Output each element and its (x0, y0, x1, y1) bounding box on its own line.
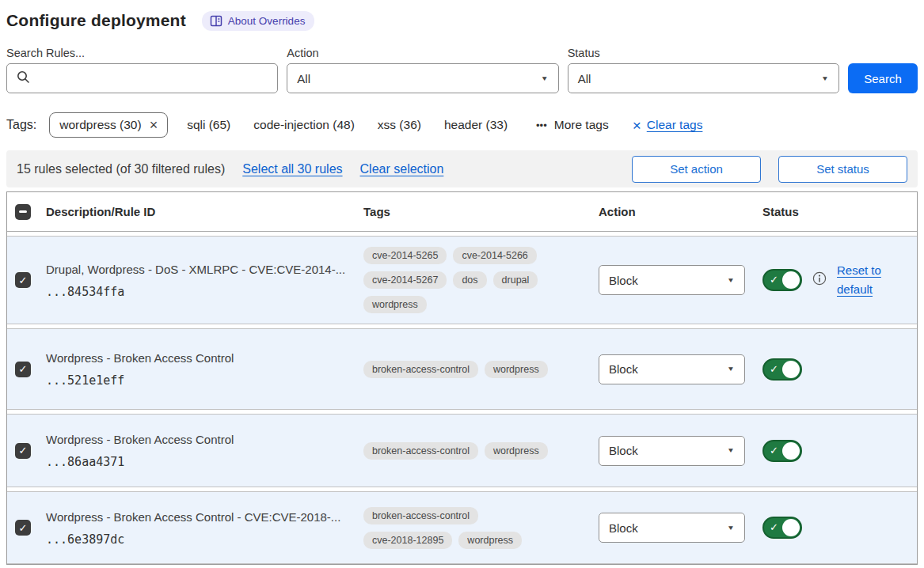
chevron-down-icon: ▼ (821, 74, 829, 81)
table-row: ✓ Wordpress - Broken Access Control ...5… (7, 328, 917, 410)
clear-tags-link[interactable]: × Clear tags (633, 118, 703, 133)
chevron-down-icon: ▼ (727, 276, 735, 283)
tag-chip: broken-access-control (363, 442, 478, 460)
rule-description: Wordpress - Broken Access Control (46, 432, 363, 448)
rules-table: Description/Rule ID Tags Action Status ✓… (6, 191, 918, 565)
column-header-action: Action (599, 205, 762, 218)
action-filter-select[interactable]: All ▼ (287, 63, 558, 93)
clear-tags-label: Clear tags (647, 118, 703, 132)
status-toggle[interactable]: ✓ (762, 517, 802, 539)
action-select[interactable]: Block ▼ (599, 436, 745, 466)
action-select-value: Block (609, 444, 638, 457)
toggle-knob (782, 361, 800, 378)
tag-chip: broken-access-control (363, 507, 478, 524)
status-toggle[interactable]: ✓ (762, 440, 802, 462)
rule-tags-cell: broken-access-control wordpress (363, 361, 565, 378)
status-filter-select[interactable]: All ▼ (568, 63, 839, 93)
search-button[interactable]: Search (848, 63, 918, 93)
table-row: ✓ Wordpress - Broken Access Control ...8… (7, 414, 917, 487)
rule-description-cell: Drupal, Wordpress - DoS - XMLRPC - CVE:C… (46, 262, 363, 299)
info-icon[interactable] (812, 271, 827, 289)
row-checkbox[interactable]: ✓ (15, 520, 31, 536)
chevron-down-icon: ▼ (541, 74, 549, 81)
rule-tags-cell: cve-2014-5265 cve-2014-5266 cve-2014-526… (363, 247, 565, 313)
selected-tag-wordpress[interactable]: wordpress (30) × (49, 112, 168, 138)
tag-filter-header[interactable]: header (33) (444, 118, 508, 132)
table-row: ✓ Drupal, Wordpress - DoS - XMLRPC - CVE… (7, 236, 917, 324)
selection-summary: 15 rules selected (of 30 filtered rules) (17, 162, 225, 176)
rule-action-cell: Block ▼ (599, 436, 762, 466)
chevron-down-icon: ▼ (727, 447, 735, 454)
select-all-link[interactable]: Select all 30 rules (242, 162, 342, 176)
more-tags-button[interactable]: ••• More tags (536, 118, 609, 132)
about-overrides-label: About Overrides (228, 15, 306, 27)
search-rules-group: Search Rules... (6, 47, 278, 93)
search-rules-label: Search Rules... (6, 47, 278, 59)
action-select[interactable]: Block ▼ (599, 265, 745, 295)
row-checkbox[interactable]: ✓ (15, 362, 31, 377)
row-checkbox[interactable]: ✓ (15, 443, 31, 459)
action-select-value: Block (609, 274, 638, 287)
tag-filter-xss[interactable]: xss (36) (378, 118, 421, 132)
chevron-down-icon: ▼ (727, 524, 735, 531)
clear-tags-icon: × (633, 118, 641, 133)
rule-action-cell: Block ▼ (599, 265, 762, 295)
row-checkbox-cell: ✓ (7, 520, 46, 536)
action-filter-group: Action All ▼ (287, 47, 558, 93)
action-select-value: Block (609, 521, 638, 535)
toggle-knob (782, 271, 800, 289)
search-input[interactable] (6, 63, 278, 93)
row-checkbox-cell: ✓ (7, 443, 46, 459)
selection-bar: 15 rules selected (of 30 filtered rules)… (6, 150, 918, 187)
remove-tag-icon[interactable]: × (150, 118, 158, 132)
status-toggle[interactable]: ✓ (762, 269, 802, 291)
rule-tags-cell: broken-access-control wordpress (363, 442, 565, 460)
configure-deployment-page: Configure deployment About Overrides Sea… (0, 0, 924, 565)
tag-filter-sqli[interactable]: sqli (65) (187, 118, 230, 132)
action-select[interactable]: Block ▼ (599, 354, 745, 384)
status-toggle[interactable]: ✓ (762, 358, 802, 381)
table-row: ✓ Wordpress - Broken Access Control - CV… (7, 491, 917, 564)
page-title: Configure deployment (6, 11, 186, 30)
tag-chip: wordpress (363, 296, 427, 313)
column-header-status: Status (762, 205, 917, 218)
title-row: Configure deployment About Overrides (6, 8, 918, 33)
ellipsis-icon: ••• (536, 119, 547, 131)
action-select-value: Block (609, 362, 638, 376)
rule-description-cell: Wordpress - Broken Access Control - CVE:… (46, 509, 363, 547)
check-icon: ✓ (770, 521, 778, 533)
tag-chip: drupal (493, 271, 538, 289)
status-filter-group: Status All ▼ (568, 47, 839, 93)
rule-description: Wordpress - Broken Access Control - CVE:… (46, 509, 363, 525)
book-icon (210, 15, 222, 27)
rule-tags-cell: broken-access-control cve-2018-12895 wor… (363, 507, 565, 549)
set-status-button[interactable]: Set status (778, 156, 907, 183)
action-select[interactable]: Block ▼ (599, 513, 745, 543)
tag-chip: cve-2014-5266 (453, 247, 536, 264)
rule-status-cell: ✓ (762, 517, 917, 539)
status-filter-value: All (578, 72, 591, 85)
rule-status-cell: ✓ (762, 440, 917, 462)
set-action-button[interactable]: Set action (632, 156, 761, 183)
clear-selection-link[interactable]: Clear selection (360, 162, 444, 176)
tag-filter-code-injection[interactable]: code-injection (48) (253, 118, 355, 132)
tag-chip: dos (453, 271, 486, 289)
chevron-down-icon: ▼ (727, 365, 735, 373)
select-all-checkbox[interactable] (15, 204, 31, 220)
check-icon: ✓ (770, 363, 778, 375)
tag-chip: wordpress (458, 532, 522, 549)
row-checkbox[interactable]: ✓ (15, 272, 31, 288)
check-icon: ✓ (770, 274, 778, 286)
rule-description: Drupal, Wordpress - DoS - XMLRPC - CVE:C… (46, 262, 363, 278)
status-filter-label: Status (568, 47, 839, 59)
tag-chip: cve-2018-12895 (363, 532, 452, 549)
rule-description-cell: Wordpress - Broken Access Control ...86a… (46, 432, 363, 469)
about-overrides-badge[interactable]: About Overrides (202, 11, 315, 31)
rule-id: ...6e3897dc (46, 532, 363, 547)
table-header-row: Description/Rule ID Tags Action Status (7, 192, 917, 232)
check-icon: ✓ (770, 445, 778, 456)
toggle-knob (782, 442, 800, 460)
toggle-knob (782, 519, 800, 536)
reset-to-default-link[interactable]: Reset to default (837, 261, 883, 299)
column-header-tags: Tags (363, 205, 599, 218)
